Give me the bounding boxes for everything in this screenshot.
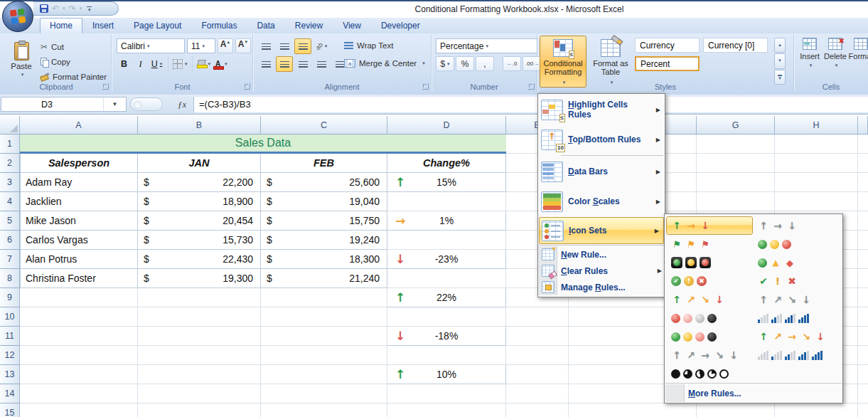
gallery-scroll-down-icon[interactable]: ▼ — [774, 53, 786, 68]
format-painter-button[interactable]: Format Painter — [38, 69, 109, 84]
fill-color-button[interactable]: ▾ — [196, 58, 212, 71]
row-header-2[interactable]: 2 — [0, 154, 20, 173]
insert-cells-button[interactable]: Insert ▾ — [797, 38, 823, 68]
align-left-button[interactable] — [257, 56, 274, 72]
increase-decimal-button[interactable]: ←.0 — [503, 56, 521, 71]
menu-item-clear-rules[interactable]: Clear Rules▶ — [538, 263, 665, 279]
column-header-H[interactable]: H — [775, 116, 858, 134]
middle-align-button[interactable] — [276, 38, 293, 54]
menu-item-top-bottom-rules[interactable]: Top/Bottom Rules▶ — [538, 125, 665, 154]
icon-set-3-signs[interactable]: ▲◆ — [753, 253, 840, 272]
cell-change-percent[interactable]: ↓-18% — [387, 327, 506, 346]
cell-change-percent[interactable]: ↑15% — [387, 173, 506, 192]
tab-view[interactable]: View — [333, 18, 371, 33]
icon-set-3-arrows-colored[interactable]: ↑→↓ — [666, 216, 753, 235]
italic-button[interactable]: I — [133, 58, 148, 71]
percent-style-button[interactable]: % — [456, 56, 474, 71]
cell-style-currency[interactable]: Currency — [635, 38, 700, 53]
underline-button[interactable]: U▾ — [149, 58, 164, 71]
icon-set-5-ratings[interactable] — [753, 346, 840, 364]
icon-set-red-to-black[interactable] — [666, 309, 753, 327]
grow-font-button[interactable]: A▲ — [218, 38, 233, 53]
name-box[interactable]: D3 ▼ — [1, 97, 127, 112]
row-header-12[interactable]: 12 — [0, 346, 20, 365]
tab-page-layout[interactable]: Page Layout — [124, 18, 191, 33]
table-header-feb[interactable]: FEB — [261, 154, 387, 173]
cell-name[interactable]: Alan Potrus — [20, 250, 138, 269]
icon-set-4-traffic-lights[interactable] — [666, 327, 753, 346]
row-header-8[interactable]: 8 — [0, 269, 20, 288]
wrap-text-button[interactable]: Wrap Text — [344, 38, 393, 53]
column-header-A[interactable]: A — [20, 116, 138, 134]
comma-style-button[interactable]: , — [476, 56, 494, 71]
cell-currency[interactable]: $21,240 — [261, 269, 387, 288]
format-cells-button[interactable]: Format — [848, 38, 868, 60]
row-header-9[interactable]: 9 — [0, 288, 20, 307]
column-header-B[interactable]: B — [138, 116, 261, 134]
cell-style-currency-0[interactable]: Currency [0] — [703, 38, 768, 53]
menu-item-highlight-cells-rules[interactable]: Highlight Cells Rules▶ — [538, 95, 665, 125]
menu-item-color-scales[interactable]: Color Scales▶ — [538, 186, 665, 216]
tab-developer[interactable]: Developer — [371, 18, 430, 33]
insert-function-icon[interactable]: ƒx — [178, 99, 186, 110]
cell-currency[interactable]: $22,200 — [138, 173, 261, 192]
column-header-partial[interactable] — [858, 116, 868, 134]
cell-name[interactable]: Adam Ray — [20, 173, 138, 192]
paste-button[interactable]: Paste ▾ — [5, 37, 38, 83]
icon-set-3-flags[interactable]: ⚑⚑⚑ — [666, 235, 753, 253]
sales-data-title-cell[interactable]: Sales Data — [20, 134, 506, 154]
cell-style-percent[interactable]: Percent — [635, 56, 700, 71]
row-header-7[interactable]: 7 — [0, 250, 20, 269]
accounting-format-button[interactable]: $▾ — [436, 56, 454, 71]
tab-home[interactable]: Home — [40, 18, 82, 33]
cell-currency[interactable]: $19,240 — [261, 231, 387, 250]
icon-set-4-ratings[interactable] — [753, 309, 840, 327]
cell-name[interactable]: Jacklien — [20, 192, 138, 211]
tab-data[interactable]: Data — [247, 18, 284, 33]
cell-currency[interactable]: $25,600 — [261, 173, 387, 192]
column-header-C[interactable]: C — [261, 116, 387, 134]
cell-change-percent[interactable]: ↑10% — [387, 365, 506, 384]
row-header-10[interactable]: 10 — [0, 307, 20, 327]
column-header-D[interactable]: D — [387, 116, 506, 134]
align-right-button[interactable] — [294, 56, 311, 72]
row-header-11[interactable]: 11 — [0, 327, 20, 346]
orientation-button[interactable]: ab▾ — [313, 38, 330, 54]
tab-formulas[interactable]: Formulas — [191, 18, 247, 33]
cell-name[interactable]: Mike Jason — [20, 211, 138, 231]
dialog-launcher-icon[interactable] — [528, 83, 535, 90]
conditional-formatting-button[interactable]: Conditional Formatting ▾ — [540, 36, 586, 88]
delete-cells-button[interactable]: Delete ▾ — [823, 38, 848, 68]
cell-currency[interactable]: $18,300 — [261, 250, 387, 269]
icon-set-5-arrows-colored[interactable]: ↑↗→↘↓ — [753, 327, 840, 346]
cell-currency[interactable]: $15,730 — [138, 231, 261, 250]
icon-set-5-arrows-gray[interactable]: ↑↗→↘↓ — [666, 346, 753, 364]
cell-change-percent[interactable]: →1% — [387, 211, 506, 231]
row-header-15[interactable]: 15 — [0, 403, 20, 417]
save-icon[interactable] — [40, 4, 48, 13]
cell-currency[interactable]: $22,430 — [138, 250, 261, 269]
dialog-launcher-icon[interactable] — [244, 83, 250, 90]
cell-currency[interactable]: $18,900 — [138, 192, 261, 211]
cell-currency[interactable]: $19,300 — [138, 269, 261, 288]
font-size-select[interactable]: 11▾ — [187, 38, 215, 53]
cell-name[interactable]: Christina Foster — [20, 269, 138, 288]
table-header-jan[interactable]: JAN — [138, 154, 261, 173]
row-header-1[interactable]: 1 — [0, 134, 20, 154]
cell-change-percent[interactable]: ↑22% — [387, 288, 506, 307]
font-color-button[interactable]: A▾ — [213, 58, 228, 71]
gallery-scroll-up-icon[interactable]: ▲ — [774, 38, 786, 53]
formula-input[interactable]: =(C3-B3)/B3 — [193, 97, 868, 112]
bottom-align-button[interactable] — [294, 38, 311, 54]
borders-button[interactable]: ▾ — [172, 58, 188, 71]
icon-set-4-arrows-gray[interactable]: ↑↗↘↓ — [753, 290, 840, 309]
icon-set-3-arrows-gray[interactable]: ↑→↓ — [753, 216, 840, 235]
shrink-font-button[interactable]: A▼ — [235, 38, 251, 53]
dialog-launcher-icon[interactable] — [102, 83, 109, 90]
cell-currency[interactable]: $19,040 — [261, 192, 387, 211]
row-header-3[interactable]: 3 — [0, 173, 20, 192]
menu-item-manage-rules[interactable]: Manage Rules... — [538, 279, 665, 295]
menu-item-new-rule[interactable]: New Rule... — [538, 246, 665, 263]
cell-currency[interactable]: $20,454 — [138, 211, 261, 231]
cut-button[interactable]: ✂ Cut — [38, 39, 109, 54]
